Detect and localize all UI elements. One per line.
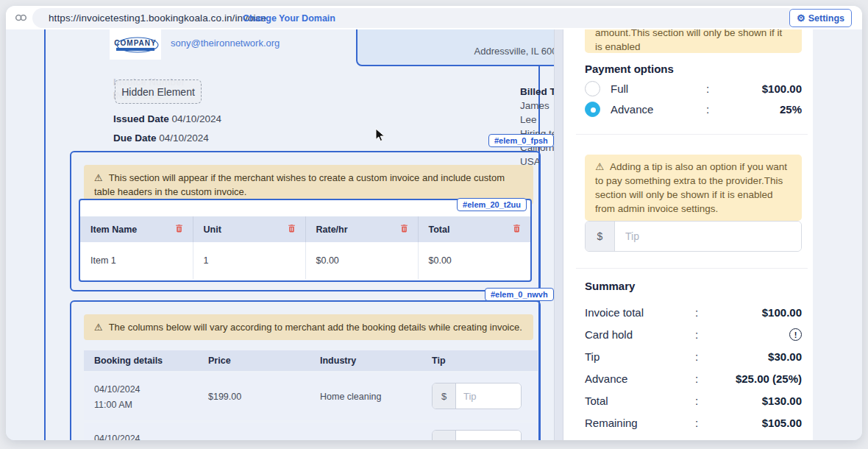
summary-value: $105.00 — [762, 417, 802, 429]
booking-time: 11:00 AM — [94, 397, 198, 413]
merchant-email: sony@theironnetwork.org — [171, 38, 280, 49]
booking-date-cell: 04/10/2024 — [84, 423, 198, 440]
items-header-cell: Item Name — [80, 216, 193, 242]
info-icon[interactable]: ! — [789, 328, 802, 341]
colon: : — [706, 103, 709, 116]
payment-option-label: Full — [611, 82, 628, 95]
booking-tip-input-group: $ — [432, 430, 522, 440]
custom-section-warning-text: This section will appear if the merchant… — [94, 172, 505, 197]
booking-section-warning-text: The columns below will vary according to… — [109, 322, 522, 333]
summary-row-tip: Tip : $30.00 — [585, 350, 802, 365]
summary-row-advance: Advance : $25.00 (25%) — [585, 372, 802, 387]
add-tip-input[interactable] — [615, 222, 801, 251]
scrollbar[interactable] — [554, 29, 563, 440]
element-badge-nwvh[interactable]: #elem_0_nwvh — [485, 288, 554, 301]
items-cell-name: Item 1 — [80, 242, 193, 279]
gear-icon: ⚙ — [797, 13, 805, 24]
booking-header-row: Booking details Price Industry Tip — [84, 350, 538, 371]
issued-date-value: 04/10/2024 — [172, 113, 222, 124]
trash-icon[interactable] — [512, 223, 522, 236]
booking-header-cell: Industry — [310, 356, 421, 366]
booking-industry-cell: Car Wash — [310, 423, 421, 440]
add-tip-input-group: $ — [585, 221, 802, 252]
payment-option-label: Advance — [611, 103, 653, 116]
items-header-cell: Unit — [193, 216, 305, 242]
summary-label: Total — [585, 395, 608, 407]
payment-warning-line1: amount.This section will only be shown i… — [595, 26, 791, 53]
summary-label: Card hold — [585, 328, 633, 341]
booking-date-cell: 04/10/2024 11:00 AM — [84, 373, 198, 420]
items-cell-rate: $0.00 — [305, 242, 418, 279]
booking-table: Booking details Price Industry Tip 04/10… — [84, 350, 538, 440]
tip-warning-text: Adding a tip is also an option if you wa… — [595, 161, 787, 214]
summary-title: Summary — [585, 280, 635, 292]
payment-option-value: $100.00 — [762, 82, 802, 95]
invoice-preview-pane: COMPANY sony@theironnetwork.org Addressv… — [6, 29, 554, 440]
items-table-box[interactable]: #elem_20_t2uu Item Name Unit Rate/hr Tot… — [79, 199, 532, 282]
items-header-cell: Total — [418, 216, 530, 242]
right-panel-gutter — [813, 29, 862, 440]
booking-row: 04/10/2024 11:00 AM $199.00 Home cleanin… — [84, 373, 538, 420]
due-date-value: 04/10/2024 — [159, 132, 209, 144]
colon: : — [706, 82, 709, 95]
settings-button[interactable]: ⚙ Settings — [789, 9, 852, 27]
summary-label: Invoice total — [585, 306, 644, 319]
trash-icon[interactable] — [399, 223, 409, 236]
booking-tip-input-group: $ — [432, 383, 522, 409]
logo-swoosh — [115, 36, 160, 54]
booking-price-cell: $199.00 — [198, 373, 310, 420]
summary-row-invoice-total: Invoice total : $100.00 — [585, 306, 802, 321]
hidden-element-button[interactable]: Hidden Element — [115, 79, 202, 104]
booking-details-section[interactable]: ⚠The columns below will vary according t… — [70, 300, 541, 440]
booking-header-cell: Booking details — [84, 356, 198, 366]
warning-icon: ⚠ — [595, 161, 604, 172]
divider — [576, 268, 808, 269]
settings-button-label: Settings — [808, 13, 844, 24]
link-icon — [15, 12, 27, 25]
items-header-label: Unit — [204, 224, 221, 235]
element-badge-t2uu[interactable]: #elem_20_t2uu — [457, 198, 527, 211]
colon: : — [695, 350, 698, 363]
issued-date-line: Issued Date 04/10/2024 — [113, 113, 221, 124]
booking-tip-cell: $ — [421, 373, 538, 420]
booking-price-cell: $200.00 — [198, 423, 310, 440]
summary-row-total: Total : $130.00 — [585, 395, 802, 409]
items-cell-total: $0.00 — [418, 242, 530, 279]
url-text[interactable]: https://invoicetesting1.bookingkoala.co.… — [49, 13, 266, 24]
booking-tip-cell: $ — [421, 423, 538, 440]
trash-icon[interactable] — [287, 223, 296, 236]
items-header-label: Total — [429, 224, 450, 235]
change-domain-link[interactable]: Change Your Domain — [243, 13, 335, 24]
radio-advance[interactable] — [585, 102, 600, 117]
summary-value: $30.00 — [768, 350, 802, 363]
element-badge-fpsh[interactable]: #elem_0_fpsh — [488, 134, 554, 147]
payment-options-title: Payment options — [585, 63, 674, 75]
payment-sidebar: amount.This section will only be shown i… — [563, 6, 813, 440]
divider — [576, 134, 808, 135]
warning-icon: ⚠ — [94, 322, 103, 333]
items-header-cell: Rate/hr — [305, 216, 418, 242]
colon: : — [695, 372, 698, 385]
radio-full[interactable] — [585, 81, 600, 96]
url-bar[interactable]: https://invoicetesting1.bookingkoala.co.… — [32, 8, 797, 28]
summary-label: Tip — [585, 350, 600, 363]
booking-tip-input[interactable] — [456, 431, 521, 440]
custom-invoice-section[interactable]: ⚠This section will appear if the merchan… — [70, 151, 541, 291]
summary-value: $25.00 (25%) — [736, 372, 802, 385]
summary-label: Advance — [585, 372, 627, 385]
colon: : — [695, 395, 698, 407]
trash-icon[interactable] — [174, 223, 184, 236]
browser-top-bar: https://invoicetesting1.bookingkoala.co.… — [6, 6, 862, 29]
issued-date-label: Issued Date — [113, 113, 169, 124]
invoice-wrapper[interactable]: COMPANY sony@theironnetwork.org Addressv… — [44, 29, 540, 440]
payment-option-full[interactable]: Full : $100.00 — [585, 79, 802, 97]
items-header-label: Item Name — [90, 224, 137, 235]
summary-value: $100.00 — [762, 306, 802, 319]
booking-header-cell: Tip — [421, 356, 538, 366]
booking-tip-input[interactable] — [456, 383, 521, 409]
colon: : — [695, 417, 698, 429]
summary-row-card-hold: Card hold : ! — [585, 328, 802, 343]
company-logo: COMPANY — [110, 29, 161, 60]
payment-option-advance[interactable]: Advance : 25% — [585, 100, 802, 118]
colon: : — [695, 306, 698, 319]
